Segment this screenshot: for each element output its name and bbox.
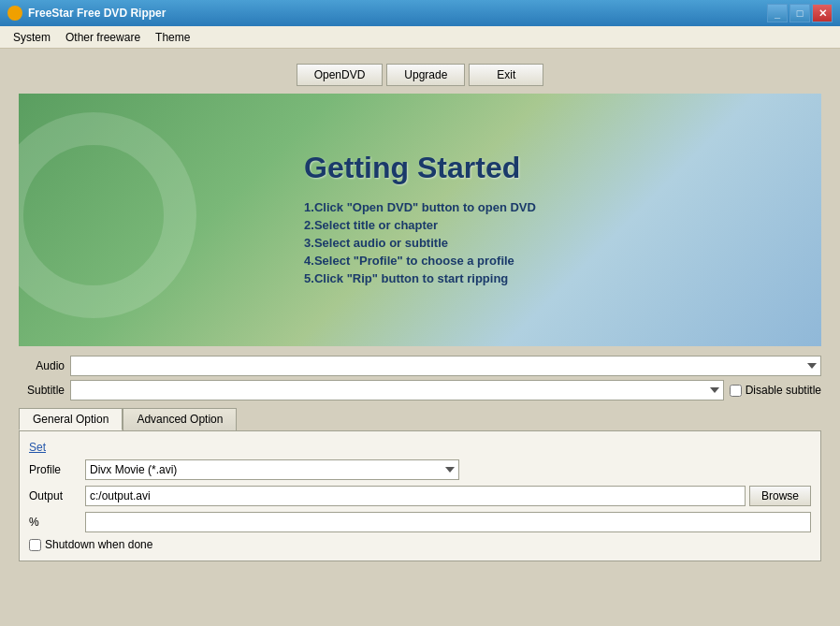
menu-bar: System Other freeware Theme [0,26,840,49]
banner-title: Getting Started [304,151,536,185]
exit-button[interactable]: Exit [469,64,543,86]
minimize-button[interactable]: _ [767,4,788,22]
banner-step-3: 3.Select audio or subtitle [304,236,536,250]
subtitle-label: Subtitle [19,384,70,397]
set-label: Set [29,441,811,454]
output-row: Output Browse [29,486,811,506]
banner-step-2: 2.Select title or chapter [304,218,536,232]
app-title: FreeStar Free DVD Ripper [28,7,166,20]
banner-step-4: 4.Select "Profile" to choose a profile [304,254,536,268]
menu-other-freeware[interactable]: Other freeware [58,29,148,46]
profile-label: Profile [29,463,85,476]
toolbar: OpenDVD Upgrade Exit [19,56,821,94]
audio-label: Audio [19,359,70,372]
browse-button[interactable]: Browse [749,486,811,506]
subtitle-select[interactable] [70,380,724,400]
banner-step-5: 5.Click "Rip" button to start ripping [304,271,536,285]
subtitle-row: Subtitle Disable subtitle [19,380,821,400]
tabs-container: General Option Advanced Option Set Profi… [19,408,821,561]
output-label: Output [29,489,85,502]
disable-subtitle-label: Disable subtitle [746,384,821,397]
open-dvd-button[interactable]: OpenDVD [297,64,384,86]
banner-step-1: 1.Click "Open DVD" button to open DVD [304,200,536,214]
tab-advanced-option[interactable]: Advanced Option [123,408,237,430]
disable-subtitle-container: Disable subtitle [730,384,821,397]
maximize-button[interactable]: □ [789,4,810,22]
tab-headers: General Option Advanced Option [19,408,821,430]
banner: Getting Started 1.Click "Open DVD" butto… [19,94,821,346]
audio-select[interactable] [70,356,821,376]
window-controls: _ □ ✕ [767,4,833,22]
percent-label: % [29,516,85,529]
tab-general-option[interactable]: General Option [19,408,123,430]
audio-row: Audio [19,356,821,376]
shutdown-row: Shutdown when done [29,538,811,551]
upgrade-button[interactable]: Upgrade [386,64,465,86]
output-input[interactable] [85,486,746,506]
shutdown-checkbox[interactable] [29,539,41,551]
title-bar: FreeStar Free DVD Ripper _ □ ✕ [0,0,840,26]
banner-circle-decoration [19,112,196,318]
close-button[interactable]: ✕ [812,4,833,22]
tab-content-general: Set Profile Divx Movie (*.avi) Output Br… [19,430,821,561]
disable-subtitle-checkbox[interactable] [730,385,742,397]
profile-row: Profile Divx Movie (*.avi) [29,459,811,480]
menu-theme[interactable]: Theme [148,29,197,46]
banner-text-area: Getting Started 1.Click "Open DVD" butto… [304,151,536,289]
app-icon [7,6,22,21]
shutdown-label: Shutdown when done [45,538,152,551]
main-content: OpenDVD Upgrade Exit Getting Started 1.C… [0,49,840,569]
profile-select[interactable]: Divx Movie (*.avi) [85,459,459,480]
percent-input[interactable] [85,512,811,532]
banner-steps: 1.Click "Open DVD" button to open DVD 2.… [304,200,536,285]
percent-row: % [29,512,811,532]
menu-system[interactable]: System [6,29,58,46]
